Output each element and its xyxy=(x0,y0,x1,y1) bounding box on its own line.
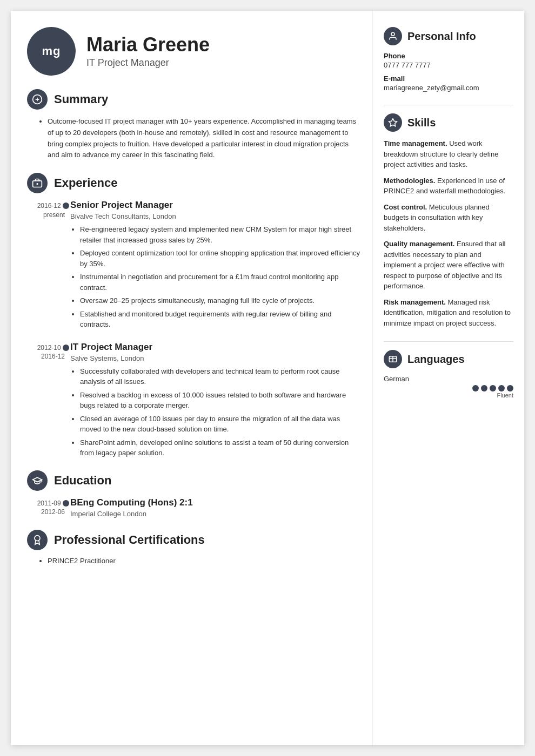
phone-value: 0777 777 7777 xyxy=(384,61,513,69)
edu-date-0: 2011-09 -2012-06 xyxy=(27,499,65,517)
header-section: mg Maria Greene IT Project Manager xyxy=(27,27,362,76)
job-bullet-1-0: Re-engineered legacy system and implemen… xyxy=(80,224,362,245)
lang-dot-0-3 xyxy=(498,385,505,392)
cert-item-0: PRINCE2 Practitioner xyxy=(48,557,362,565)
skill-text-3: Quality management. Ensured that all act… xyxy=(384,240,505,290)
education-section: Education 2011-09 -2012-06 BEng Computin… xyxy=(27,470,362,518)
job-item-1: 2016-12 -present Senior Project Manager … xyxy=(70,200,362,330)
job-title-1: Senior Project Manager xyxy=(70,200,362,211)
lang-item-0: German Fluent xyxy=(384,375,513,399)
job-date-2: 2012-10 -2016-12 xyxy=(27,343,65,362)
skill-text-4: Risk management. Managed risk identifica… xyxy=(384,298,511,327)
personal-info-title: Personal Info xyxy=(407,30,476,43)
email-value: mariagreene_zety@gmail.com xyxy=(384,84,513,92)
edu-content-0: BEng Computing (Hons) 2:1 Imperial Colle… xyxy=(70,497,362,518)
job-title-2: IT Project Manager xyxy=(70,342,362,353)
summary-content: Outcome-focused IT project manager with … xyxy=(27,116,362,161)
certifications-icon xyxy=(27,530,48,550)
skill-text-2: Cost control. Meticulous planned budgets… xyxy=(384,203,490,232)
lang-dots-0 xyxy=(384,385,513,392)
svg-marker-8 xyxy=(389,119,397,126)
education-header: Education xyxy=(27,470,362,491)
skill-text-1: Methodologies. Experienced in use of PRI… xyxy=(384,177,505,195)
job-company-1: Bivalve Tech Consultants, London xyxy=(70,212,362,220)
personal-info-icon xyxy=(384,27,402,45)
job-date-1: 2016-12 -present xyxy=(27,201,65,220)
experience-section: Experience 2016-12 -present Senior Proje… xyxy=(27,173,362,458)
job-bullet-1-3: Oversaw 20–25 projects simultaneously, m… xyxy=(80,295,362,306)
right-column: Personal Info Phone 0777 777 7777 E-mail… xyxy=(373,11,524,745)
phone-label: Phone xyxy=(384,52,513,60)
lang-dot-0-1 xyxy=(481,385,487,392)
certifications-list: PRINCE2 Practitioner xyxy=(27,557,362,565)
skill-item-2: Cost control. Meticulous planned budgets… xyxy=(384,202,513,234)
experience-timeline: 2016-12 -present Senior Project Manager … xyxy=(27,200,362,458)
phone-field: Phone 0777 777 7777 xyxy=(384,52,513,69)
job-bullets-1: Re-engineered legacy system and implemen… xyxy=(70,224,362,330)
certifications-section: Professional Certifications PRINCE2 Prac… xyxy=(27,530,362,565)
lang-name-0: German xyxy=(384,375,513,383)
resume-container: mg Maria Greene IT Project Manager Summa… xyxy=(11,11,524,745)
summary-header: Summary xyxy=(27,89,362,110)
summary-title: Summary xyxy=(54,92,108,106)
education-icon xyxy=(27,470,48,491)
skills-title: Skills xyxy=(407,117,436,129)
svg-point-7 xyxy=(391,32,394,36)
job-dot-2 xyxy=(63,345,69,351)
candidate-name: Maria Greene xyxy=(86,34,210,56)
skill-item-1: Methodologies. Experienced in use of PRI… xyxy=(384,176,513,197)
avatar-initials: mg xyxy=(42,44,61,58)
job-bullet-2-1: Resolved a backlog in excess of 10,000 i… xyxy=(80,390,362,411)
personal-info-header: Personal Info xyxy=(384,27,513,45)
job-content-1: Senior Project Manager Bivalve Tech Cons… xyxy=(70,200,362,330)
job-bullet-1-2: Instrumental in negotiation and procurem… xyxy=(80,272,362,293)
languages-icon xyxy=(384,350,402,368)
header-text: Maria Greene IT Project Manager xyxy=(86,34,210,69)
lang-dot-0-0 xyxy=(472,385,479,392)
job-bullet-2-3: SharePoint admin, developed online solut… xyxy=(80,437,362,458)
email-label: E-mail xyxy=(384,75,513,83)
experience-title: Experience xyxy=(54,176,117,190)
job-bullet-2-0: Successfully collaborated with developer… xyxy=(80,366,362,387)
edu-item-0: 2011-09 -2012-06 BEng Computing (Hons) 2… xyxy=(70,497,362,518)
job-content-2: IT Project Manager Salve Systems, London… xyxy=(70,342,362,458)
education-title: Education xyxy=(54,474,111,488)
edu-dot-0 xyxy=(63,500,69,507)
skills-header: Skills xyxy=(384,113,513,132)
languages-header: Languages xyxy=(384,350,513,368)
email-field: E-mail mariagreene_zety@gmail.com xyxy=(384,75,513,92)
svg-point-6 xyxy=(35,535,40,541)
languages-title: Languages xyxy=(407,353,465,366)
left-column: mg Maria Greene IT Project Manager Summa… xyxy=(11,11,373,745)
summary-text: Outcome-focused IT project manager with … xyxy=(48,116,362,161)
personal-info-section: Personal Info Phone 0777 777 7777 E-mail… xyxy=(384,27,513,92)
job-dot-1 xyxy=(63,202,69,209)
job-bullets-2: Successfully collaborated with developer… xyxy=(70,366,362,458)
skills-list: Time management. Used work breakdown str… xyxy=(384,138,513,328)
skill-item-0: Time management. Used work breakdown str… xyxy=(384,138,513,170)
certifications-header: Professional Certifications xyxy=(27,530,362,550)
lang-level-0: Fluent xyxy=(384,392,513,399)
job-item-2: 2012-10 -2016-12 IT Project Manager Salv… xyxy=(70,342,362,458)
skills-section: Skills Time management. Used work breakd… xyxy=(384,113,513,328)
edu-school-0: Imperial College London xyxy=(70,510,362,518)
summary-icon xyxy=(27,89,48,110)
candidate-title: IT Project Manager xyxy=(86,57,210,69)
divider-1 xyxy=(384,105,513,105)
avatar: mg xyxy=(27,27,76,76)
skills-icon xyxy=(384,113,402,132)
lang-dot-0-4 xyxy=(507,385,513,392)
certifications-title: Professional Certifications xyxy=(54,533,205,547)
lang-dot-0-2 xyxy=(490,385,496,392)
divider-2 xyxy=(384,341,513,342)
skill-item-3: Quality management. Ensured that all act… xyxy=(384,239,513,292)
summary-section: Summary Outcome-focused IT project manag… xyxy=(27,89,362,161)
experience-header: Experience xyxy=(27,173,362,193)
job-company-2: Salve Systems, London xyxy=(70,354,362,362)
skill-item-4: Risk management. Managed risk identifica… xyxy=(384,297,513,329)
experience-icon xyxy=(27,173,48,193)
education-list: 2011-09 -2012-06 BEng Computing (Hons) 2… xyxy=(27,497,362,518)
skill-text-0: Time management. Used work breakdown str… xyxy=(384,139,498,168)
job-bullet-2-2: Closed an average of 100 issues per day … xyxy=(80,414,362,435)
edu-degree-0: BEng Computing (Hons) 2:1 xyxy=(70,497,362,508)
